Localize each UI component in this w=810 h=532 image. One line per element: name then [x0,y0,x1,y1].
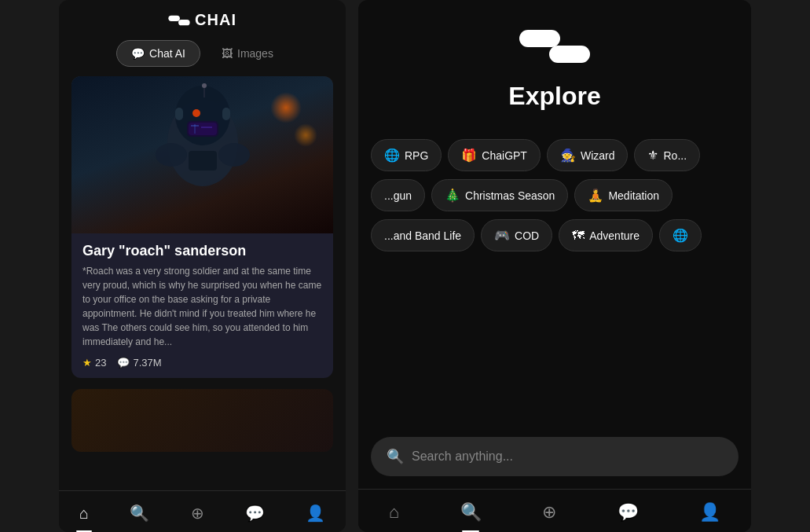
svg-point-6 [192,109,200,117]
right-header: Explore [358,0,751,139]
category-rpg[interactable]: 🌐 RPG [371,139,442,171]
more-emoji: 🌐 [673,228,688,243]
character-card[interactable]: Gary "roach" sanderson *Roach was a very… [71,76,333,378]
christmas-emoji: 🎄 [445,188,460,203]
category-band[interactable]: ...and Band Life [371,219,475,251]
right-add-icon: ⊕ [542,502,556,523]
category-ro[interactable]: ⚜ Ro... [634,139,700,171]
svg-point-5 [202,83,207,88]
profile-icon: 👤 [306,504,325,523]
orange-glow [270,92,302,123]
svg-point-13 [218,143,250,167]
app-title: CHAI [195,11,236,29]
ro-emoji: ⚜ [647,148,658,163]
ro-label: Ro... [663,149,687,162]
search-bar[interactable]: 🔍 Search anything... [371,437,739,476]
meditation-label: Meditation [608,189,659,202]
wizard-label: Wizard [581,149,615,162]
left-content: Gary "roach" sanderson *Roach was a very… [59,76,346,490]
tab-chat-ai[interactable]: 💬 Chat AI [116,40,200,67]
left-screen: CHAI 💬 Chat AI 🖼 Images [59,0,346,532]
right-search-icon: 🔍 [460,502,482,523]
search-bar-icon: 🔍 [387,448,404,465]
screens-container: CHAI 💬 Chat AI 🖼 Images [0,0,810,532]
tab-bar: 💬 Chat AI 🖼 Images [59,37,346,76]
svg-rect-16 [222,108,230,120]
character-image [71,76,333,233]
svg-rect-15 [175,108,183,120]
tab-chat-ai-label: Chat AI [149,47,185,60]
rpg-label: RPG [405,149,428,162]
left-nav: ⌂ 🔍 ⊕ 💬 👤 [59,490,346,532]
cod-label: COD [515,229,539,242]
category-row-3: ...and Band Life 🎮 COD 🗺 Adventure 🌐 [371,219,739,251]
wizard-emoji: 🧙 [560,148,576,163]
add-icon: ⊕ [191,504,204,523]
chat-icon: 💬 [131,47,145,60]
left-nav-profile[interactable]: 👤 [296,501,335,526]
svg-point-12 [156,143,187,167]
search-area: 🔍 Search anything... [358,251,751,489]
chaigpt-emoji: 🎁 [461,148,477,163]
category-adventure[interactable]: 🗺 Adventure [559,219,653,251]
search-icon: 🔍 [130,504,149,523]
svg-rect-14 [189,151,217,171]
right-nav-chat[interactable]: 💬 [607,499,650,526]
right-chat-icon: 💬 [618,502,639,523]
category-row-2: ...gun 🎄 Christmas Season 🧘 Meditation [371,179,739,211]
category-chaigpt[interactable]: 🎁 ChaiGPT [448,139,541,171]
character-stats: ★ 23 💬 7.37M [82,357,322,369]
tab-images[interactable]: 🖼 Images [207,40,288,67]
band-label: ...and Band Life [384,229,461,242]
left-header: CHAI [59,0,346,37]
svg-rect-17 [519,30,560,47]
gun-label: ...gun [384,189,412,202]
right-profile-icon: 👤 [699,502,720,523]
category-wizard[interactable]: 🧙 Wizard [547,139,629,171]
category-cod[interactable]: 🎮 COD [481,219,552,251]
category-row-1: 🌐 RPG 🎁 ChaiGPT 🧙 Wizard ⚜ Ro... [371,139,739,171]
right-screen: Explore 🌐 RPG 🎁 ChaiGPT 🧙 Wizard [358,0,751,532]
chats-value: 7.37M [133,357,161,369]
orange-glow2 [294,123,317,147]
robot-figure [71,76,333,233]
meditation-emoji: 🧘 [588,188,603,203]
category-christmas[interactable]: 🎄 Christmas Season [431,179,568,211]
robot-svg [140,80,266,229]
christmas-label: Christmas Season [465,189,555,202]
category-more[interactable]: 🌐 [659,219,702,251]
character-name: Gary "roach" sanderson [82,243,322,259]
images-icon: 🖼 [222,47,233,60]
right-nav-add[interactable]: ⊕ [531,499,567,526]
adventure-label: Adventure [589,229,640,242]
home-icon: ⌂ [79,504,89,523]
svg-rect-0 [168,15,180,20]
left-nav-chat[interactable]: 💬 [236,501,274,526]
character-desc: *Roach was a very strong soldier and at … [82,264,322,349]
search-placeholder-text: Search anything... [412,449,513,464]
svg-rect-18 [549,46,590,63]
left-nav-search[interactable]: 🔍 [120,501,159,526]
category-meditation[interactable]: 🧘 Meditation [574,179,673,211]
chai-logo: CHAI [168,11,236,29]
left-nav-add[interactable]: ⊕ [181,501,214,526]
right-home-icon: ⌂ [389,502,399,523]
category-gun[interactable]: ...gun [371,179,425,211]
left-nav-home[interactable]: ⌂ [70,501,98,526]
chat-bubble-icon: 💬 [117,357,130,369]
chai-logo-icon [168,13,190,28]
chaigpt-label: ChaiGPT [482,149,527,162]
second-card-preview[interactable] [71,389,333,452]
adventure-emoji: 🗺 [572,229,585,243]
chat-nav-icon: 💬 [245,504,265,523]
right-nav-home[interactable]: ⌂ [378,499,410,526]
star-icon: ★ [82,357,92,369]
category-rows: 🌐 RPG 🎁 ChaiGPT 🧙 Wizard ⚜ Ro... [358,139,751,251]
right-nav-search[interactable]: 🔍 [449,499,493,526]
explore-title: Explore [508,82,600,111]
svg-rect-1 [178,20,190,25]
svg-rect-8 [189,123,217,135]
big-logo-icon [519,24,590,71]
right-nav-profile[interactable]: 👤 [688,499,731,526]
cod-emoji: 🎮 [494,228,510,243]
